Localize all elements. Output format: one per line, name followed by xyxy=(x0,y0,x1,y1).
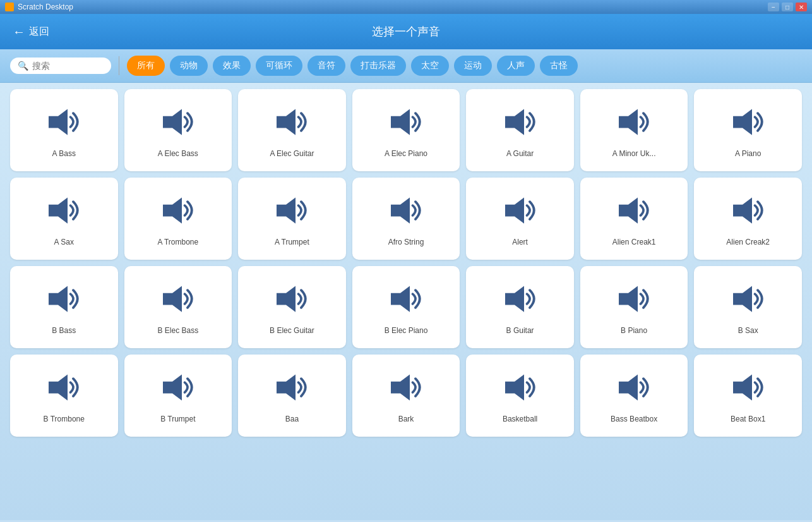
title-bar-controls[interactable]: − □ ✕ xyxy=(768,3,807,11)
sound-name: A Piano xyxy=(735,149,761,158)
category-all[interactable]: 所有 xyxy=(127,56,165,76)
sound-card[interactable]: Afro String xyxy=(352,178,460,260)
sound-card[interactable]: Basketball xyxy=(466,355,574,437)
sound-name: A Trombone xyxy=(157,238,198,246)
category-note[interactable]: 音符 xyxy=(307,56,345,76)
svg-marker-6 xyxy=(733,109,752,135)
sound-card[interactable]: A Guitar xyxy=(466,89,574,171)
sound-name: B Elec Bass xyxy=(158,326,199,335)
sound-card[interactable]: B Elec Piano xyxy=(352,266,460,348)
sound-card[interactable]: A Elec Bass xyxy=(124,89,232,171)
sound-card[interactable]: Alien Creak1 xyxy=(580,178,688,260)
sound-card[interactable]: B Elec Guitar xyxy=(238,266,346,348)
search-input[interactable] xyxy=(32,61,95,71)
category-effect[interactable]: 效果 xyxy=(213,56,251,76)
sound-card[interactable]: A Sax xyxy=(10,178,118,260)
category-percussion[interactable]: 打击乐器 xyxy=(350,56,406,76)
svg-marker-5 xyxy=(619,109,638,135)
back-button[interactable]: ← 返回 xyxy=(13,25,49,39)
sound-name: B Trombone xyxy=(44,415,85,423)
sound-name: Alert xyxy=(512,238,528,246)
sound-card[interactable]: A Piano xyxy=(694,89,802,171)
back-arrow-icon: ← xyxy=(13,25,25,39)
sound-card[interactable]: Baa xyxy=(238,355,346,437)
sound-name: A Minor Uk... xyxy=(612,149,656,158)
speaker-icon xyxy=(45,372,83,408)
sound-name: Bass Beatbox xyxy=(611,415,657,423)
svg-marker-19 xyxy=(619,286,638,312)
category-voice[interactable]: 人声 xyxy=(497,56,535,76)
sound-name: A Elec Piano xyxy=(385,149,427,158)
speaker-icon xyxy=(729,283,767,320)
svg-marker-0 xyxy=(49,109,68,135)
sound-name: A Elec Guitar xyxy=(270,149,314,158)
category-weird[interactable]: 古怪 xyxy=(540,56,578,76)
sound-name: A Bass xyxy=(52,149,76,158)
sound-card[interactable]: A Trumpet xyxy=(238,178,346,260)
sound-card[interactable]: A Bass xyxy=(10,89,118,171)
category-bar: 🔍 所有 动物 效果 可循环 音符 打击乐器 太空 运动 人声 古怪 xyxy=(0,49,812,83)
sound-card[interactable]: A Minor Uk... xyxy=(580,89,688,171)
speaker-icon xyxy=(729,372,767,408)
category-sport[interactable]: 运动 xyxy=(454,56,492,76)
speaker-icon xyxy=(615,106,653,143)
sound-card[interactable]: B Elec Bass xyxy=(124,266,232,348)
svg-marker-1 xyxy=(163,109,182,135)
speaker-icon xyxy=(159,283,197,320)
category-loop[interactable]: 可循环 xyxy=(256,56,302,76)
sound-card[interactable]: Bass Beatbox xyxy=(580,355,688,437)
sound-card[interactable]: B Sax xyxy=(694,266,802,348)
maximize-button[interactable]: □ xyxy=(782,3,793,11)
sound-name: Alien Creak1 xyxy=(612,238,656,246)
sound-card[interactable]: B Guitar xyxy=(466,266,574,348)
svg-marker-25 xyxy=(505,374,524,400)
sound-card[interactable]: B Trumpet xyxy=(124,355,232,437)
category-animal[interactable]: 动物 xyxy=(170,56,208,76)
close-button[interactable]: ✕ xyxy=(796,3,807,11)
category-space[interactable]: 太空 xyxy=(411,56,449,76)
sound-card[interactable]: B Piano xyxy=(580,266,688,348)
svg-marker-2 xyxy=(277,109,296,135)
title-bar-left: Scratch Desktop xyxy=(5,3,73,11)
svg-marker-21 xyxy=(49,374,68,400)
speaker-icon xyxy=(159,106,197,143)
sound-card[interactable]: Bark xyxy=(352,355,460,437)
minimize-button[interactable]: − xyxy=(768,3,779,11)
speaker-icon xyxy=(501,372,539,408)
sound-name: B Sax xyxy=(738,326,758,335)
svg-marker-22 xyxy=(163,374,182,400)
title-bar-text: Scratch Desktop xyxy=(18,3,73,11)
sound-card[interactable]: B Bass xyxy=(10,266,118,348)
speaker-icon xyxy=(273,372,311,408)
svg-marker-11 xyxy=(505,197,524,223)
svg-marker-20 xyxy=(733,286,752,312)
sound-card[interactable]: Alien Creak2 xyxy=(694,178,802,260)
speaker-icon xyxy=(45,195,83,231)
sound-card[interactable]: A Elec Piano xyxy=(352,89,460,171)
speaker-icon xyxy=(273,283,311,320)
sound-name: A Elec Bass xyxy=(158,149,198,158)
speaker-icon xyxy=(273,106,311,143)
sound-card[interactable]: A Trombone xyxy=(124,178,232,260)
speaker-icon xyxy=(501,195,539,231)
speaker-icon xyxy=(387,283,425,320)
speaker-icon xyxy=(501,283,539,320)
app-icon xyxy=(5,3,14,11)
sound-name: Bark xyxy=(398,415,414,423)
back-label: 返回 xyxy=(29,25,49,39)
sound-name: Afro String xyxy=(388,238,424,246)
sound-card[interactable]: Beat Box1 xyxy=(694,355,802,437)
main-content: A Bass A Elec Bass A Elec Guitar A Elec … xyxy=(0,83,812,520)
sound-name: B Elec Piano xyxy=(385,326,428,335)
svg-marker-4 xyxy=(505,109,524,135)
title-bar: Scratch Desktop − □ ✕ xyxy=(0,0,812,14)
page-title: 选择一个声音 xyxy=(372,24,440,39)
svg-marker-24 xyxy=(391,374,410,400)
sound-card[interactable]: Alert xyxy=(466,178,574,260)
svg-marker-18 xyxy=(505,286,524,312)
search-box[interactable]: 🔍 xyxy=(10,58,111,74)
sound-card[interactable]: B Trombone xyxy=(10,355,118,437)
sound-card[interactable]: A Elec Guitar xyxy=(238,89,346,171)
sound-name: B Bass xyxy=(52,326,76,335)
speaker-icon xyxy=(45,106,83,143)
